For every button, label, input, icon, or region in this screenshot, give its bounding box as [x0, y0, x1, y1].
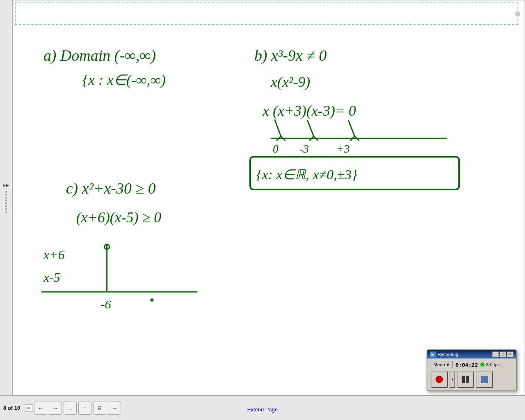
- svg-text:c) x²+x-30 ≥ 0: c) x²+x-30 ≥ 0: [66, 180, 156, 197]
- recording-close-button[interactable]: ✕: [507, 352, 514, 357]
- side-dots: [5, 191, 7, 213]
- monitor-button[interactable]: 🖥: [93, 402, 106, 415]
- recording-pause-button[interactable]: [457, 371, 474, 388]
- pause-inner: [462, 376, 469, 383]
- math-content: .hw { fill: none; stroke: #006600; strok…: [13, 0, 525, 395]
- record-inner: [436, 376, 443, 383]
- svg-text:-6: -6: [101, 297, 111, 311]
- recording-body: Menu ▼ 0:04:22 8.0 fps ▼: [427, 358, 516, 390]
- svg-text:x (x+3)(x-3)= 0: x (x+3)(x-3)= 0: [262, 103, 356, 119]
- back-button[interactable]: ←: [34, 402, 47, 415]
- recording-fps: 8.0 fps: [486, 362, 500, 367]
- next-button[interactable]: →: [108, 402, 121, 415]
- recording-info-row: Menu ▼ 0:04:22 8.0 fps: [431, 361, 513, 368]
- svg-text:b) x³-9x ≠ 0: b) x³-9x ≠ 0: [254, 47, 326, 64]
- svg-text:x(x²-9): x(x²-9): [270, 74, 310, 90]
- pause-bar-1: [462, 376, 465, 383]
- recording-time: 0:04:22: [455, 362, 478, 368]
- recording-status-indicator: 8.0 fps: [480, 362, 500, 367]
- whiteboard: .hw { fill: none; stroke: #006600; strok…: [12, 0, 525, 395]
- svg-text:(x+6)(x-5) ≥ 0: (x+6)(x-5) ≥ 0: [76, 209, 162, 226]
- menu-button[interactable]: ...: [64, 402, 77, 415]
- side-panel: ▶▶: [0, 0, 12, 395]
- svg-point-19: [150, 299, 153, 302]
- recording-controls-row: ▼: [431, 371, 513, 388]
- stop-inner: [481, 376, 488, 383]
- svg-text:{x: x∈ℝ, x≠0,±3}: {x: x∈ℝ, x≠0,±3}: [256, 167, 357, 182]
- recording-title-icon: ▶: [430, 352, 436, 357]
- recording-title-text: Recording...: [438, 352, 462, 357]
- svg-text:+3: +3: [336, 142, 350, 155]
- page-indicator: 8 of 10: [3, 405, 20, 411]
- svg-text:0: 0: [273, 142, 278, 155]
- svg-text:{x : x∈(-∞,∞): {x : x∈(-∞,∞): [82, 72, 166, 88]
- side-expand-arrow[interactable]: ▶▶: [2, 181, 10, 189]
- recording-stop-button[interactable]: [476, 371, 493, 388]
- recording-restore-button[interactable]: □: [500, 352, 506, 357]
- svg-text:x+6: x+6: [43, 248, 65, 262]
- forward-button[interactable]: →: [49, 402, 62, 415]
- recording-widget: ▶ Recording... _ □ ✕ Menu ▼ 0:04:22 8.0 …: [427, 349, 517, 391]
- recording-record-dropdown[interactable]: ▼: [450, 371, 455, 388]
- extend-page-link[interactable]: Extend Page: [247, 406, 278, 413]
- recording-green-dot: [480, 363, 484, 367]
- recording-titlebar: ▶ Recording... _ □ ✕: [427, 350, 516, 358]
- recording-window-buttons: _ □ ✕: [492, 352, 514, 357]
- recording-menu-button[interactable]: Menu ▼: [431, 361, 453, 368]
- page-indicator-menu[interactable]: ✕: [25, 404, 32, 412]
- recording-title-left: ▶ Recording...: [430, 352, 462, 357]
- svg-text:a) Domain (-∞,∞): a) Domain (-∞,∞): [43, 47, 156, 64]
- bottom-toolbar: 8 of 10 ✕ ← → ... ↑ 🖥 → Extend Page: [0, 395, 525, 420]
- recording-record-button[interactable]: [431, 371, 448, 388]
- svg-text:x-5: x-5: [43, 270, 60, 285]
- upload-button[interactable]: ↑: [78, 402, 91, 415]
- record-red-circle: [436, 376, 443, 383]
- recording-minimize-button[interactable]: _: [492, 352, 499, 357]
- pause-bar-2: [466, 376, 469, 383]
- svg-text:-3: -3: [299, 142, 309, 155]
